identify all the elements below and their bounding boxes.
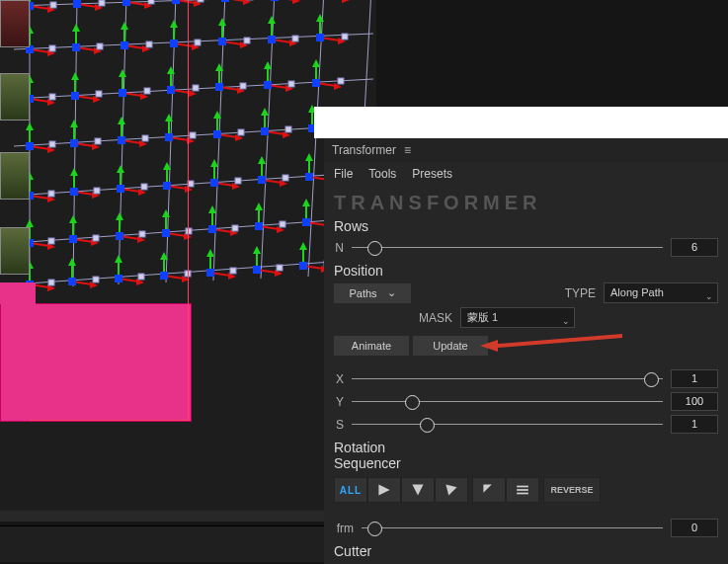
menu-tools[interactable]: Tools <box>368 167 396 181</box>
selected-layer-rect[interactable] <box>0 303 192 422</box>
thumbnail-strip <box>0 0 30 275</box>
update-button[interactable]: Update <box>413 336 488 356</box>
svg-marker-21 <box>378 484 389 495</box>
y-label: Y <box>334 395 344 409</box>
mask-label: MASK <box>334 311 452 325</box>
timeline-strip[interactable] <box>0 525 376 562</box>
s-slider[interactable] <box>352 417 663 433</box>
frm-value[interactable]: 0 <box>671 519 718 537</box>
transformer-panel: Transformer ≡ File Tools Presets TRANSFO… <box>324 138 728 564</box>
position-mask-row: MASK 蒙版 1 ⌄ <box>324 305 728 330</box>
seq-all-button[interactable]: ALL <box>334 477 367 503</box>
mask-select[interactable]: 蒙版 1 ⌄ <box>460 307 575 328</box>
arrow-down-icon <box>411 483 425 497</box>
sequencer-button-row: ALL REVERSE <box>324 473 728 507</box>
background-strip <box>314 107 728 138</box>
section-heading-cutter: Cutter <box>324 539 728 561</box>
x-label: X <box>334 372 344 386</box>
menu-file[interactable]: File <box>334 167 353 181</box>
animate-button[interactable]: Animate <box>334 336 409 356</box>
rows-n-slider[interactable] <box>352 240 663 256</box>
position-paths-row: Paths ⌄ TYPE Along Path ⌄ <box>324 281 728 305</box>
panel-menu-icon[interactable]: ≡ <box>404 143 411 157</box>
frm-label: frm <box>334 522 354 535</box>
animate-update-row: Animate Update <box>324 330 728 358</box>
arrow-diag-icon <box>445 483 458 497</box>
seq-diag-button[interactable] <box>435 477 468 503</box>
seq-down-button[interactable] <box>401 477 435 503</box>
svg-marker-24 <box>483 484 491 492</box>
seq-corner-button[interactable] <box>472 477 506 503</box>
svg-line-12 <box>14 259 373 284</box>
x-slider[interactable] <box>352 371 663 387</box>
section-heading-rotation: Rotation <box>324 436 728 455</box>
frm-slider[interactable] <box>362 521 663 536</box>
section-heading-rows: Rows <box>324 214 728 236</box>
rows-n-label: N <box>334 241 344 255</box>
rows-n-value[interactable]: 6 <box>671 238 718 257</box>
x-row: X 1 <box>324 367 728 390</box>
chevron-down-icon: ⌄ <box>705 287 713 306</box>
clip-thumbnail[interactable] <box>0 152 30 200</box>
panel-titlebar[interactable]: Transformer ≡ <box>324 138 728 162</box>
brand: TRANSFORMER <box>324 186 728 214</box>
menu-presets[interactable]: Presets <box>412 167 452 181</box>
type-value: Along Path <box>610 286 664 298</box>
clip-thumbnail[interactable] <box>0 227 30 275</box>
clip-thumbnail[interactable] <box>0 0 30 47</box>
type-select[interactable]: Along Path ⌄ <box>604 282 718 303</box>
y-slider[interactable] <box>352 394 663 410</box>
node-grid[interactable] <box>0 0 376 512</box>
chevron-down-icon: ⌄ <box>562 312 570 331</box>
paths-button[interactable]: Paths ⌄ <box>334 283 411 303</box>
section-heading-sequencer: Sequencer <box>324 455 728 473</box>
corner-icon <box>482 483 496 497</box>
arrow-right-icon <box>377 483 391 497</box>
mask-value: 蒙版 1 <box>467 311 498 323</box>
rows-n-row: N 6 <box>324 236 728 259</box>
seq-reverse-button[interactable]: REVERSE <box>543 477 601 503</box>
svg-marker-23 <box>445 484 456 495</box>
frm-row: frm 0 <box>324 507 728 539</box>
viewport <box>0 0 376 522</box>
type-label: TYPE <box>565 286 596 300</box>
brand-wordmark: TRANSFORMER <box>334 192 718 214</box>
s-value[interactable]: 1 <box>671 415 718 434</box>
section-heading-position: Position <box>324 259 728 281</box>
s-row: S 1 <box>324 413 728 436</box>
seq-lines-button[interactable] <box>506 477 539 503</box>
paths-button-label: Paths <box>349 287 376 299</box>
svg-line-11 <box>14 217 373 243</box>
x-value[interactable]: 1 <box>671 369 718 388</box>
y-value[interactable]: 100 <box>671 392 718 411</box>
lines-icon <box>516 483 529 497</box>
clip-thumbnail[interactable] <box>0 73 30 121</box>
s-label: S <box>334 418 344 432</box>
panel-menubar: File Tools Presets <box>324 162 728 186</box>
seq-right-button[interactable] <box>367 477 401 503</box>
chevron-down-icon: ⌄ <box>387 286 396 299</box>
svg-marker-22 <box>412 484 423 495</box>
viewport-canvas[interactable] <box>0 0 376 511</box>
selected-layer-flag <box>0 282 36 304</box>
panel-title: Transformer <box>332 143 396 157</box>
y-row: Y 100 <box>324 390 728 413</box>
